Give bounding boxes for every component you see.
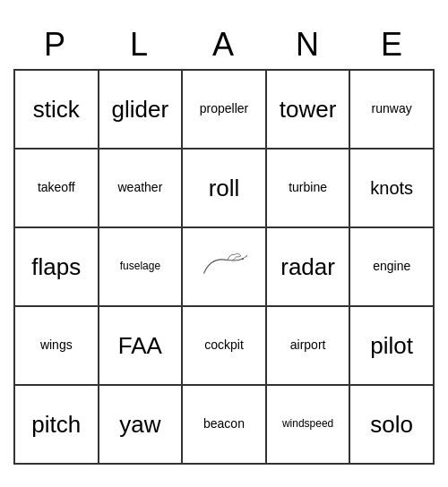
cell-text-1-4: knots bbox=[370, 178, 413, 198]
cell-3-1: FAA bbox=[99, 307, 184, 386]
cell-text-3-3: airport bbox=[290, 338, 326, 352]
cell-text-1-0: takeoff bbox=[38, 181, 75, 194]
cell-text-0-4: runway bbox=[372, 102, 412, 115]
cell-3-3: airport bbox=[267, 307, 351, 386]
cell-4-4: solo bbox=[350, 386, 435, 465]
cell-text-2-4: engine bbox=[373, 260, 410, 273]
cell-text-1-2: roll bbox=[209, 175, 240, 201]
cell-0-0: stick bbox=[15, 71, 99, 150]
cell-3-0: wings bbox=[15, 307, 99, 386]
cell-2-1: fuselage bbox=[99, 228, 184, 307]
cell-text-2-0: flaps bbox=[31, 254, 81, 280]
cell-4-2: beacon bbox=[183, 386, 267, 465]
cell-3-2: cockpit bbox=[183, 307, 267, 386]
cell-4-0: pitch bbox=[15, 386, 99, 465]
bingo-grid: stickgliderpropellertowerrunwaytakeoffwe… bbox=[13, 69, 435, 465]
header-letter-n: N bbox=[266, 22, 350, 67]
cell-text-4-0: pitch bbox=[31, 412, 81, 438]
cell-text-4-1: yaw bbox=[119, 412, 160, 438]
cell-2-0: flaps bbox=[15, 228, 99, 307]
header-letter-a: A bbox=[182, 22, 266, 67]
cell-2-3: radar bbox=[267, 228, 351, 307]
header-letter-l: L bbox=[98, 22, 182, 67]
cell-text-4-2: beacon bbox=[203, 417, 245, 431]
header-letter-p: P bbox=[13, 22, 98, 67]
cell-2-4: engine bbox=[350, 228, 435, 307]
cell-4-1: yaw bbox=[99, 386, 184, 465]
header-letter-e: E bbox=[350, 22, 435, 67]
cell-text-3-4: pilot bbox=[370, 333, 413, 359]
cell-1-3: turbine bbox=[267, 150, 351, 228]
cell-text-0-1: glider bbox=[112, 97, 169, 123]
cell-1-1: weather bbox=[99, 150, 184, 228]
cell-0-1: glider bbox=[99, 71, 184, 150]
cell-0-4: runway bbox=[350, 71, 435, 150]
cell-text-3-0: wings bbox=[40, 338, 73, 352]
cell-0-3: tower bbox=[267, 71, 351, 150]
cell-text-0-0: stick bbox=[33, 97, 80, 123]
cell-text-4-3: windspeed bbox=[282, 418, 333, 430]
cell-4-3: windspeed bbox=[267, 386, 351, 465]
cell-text-0-3: tower bbox=[280, 97, 337, 123]
cell-text-2-1: fuselage bbox=[120, 261, 160, 272]
cell-text-2-3: radar bbox=[280, 254, 335, 280]
cell-text-0-2: propeller bbox=[200, 102, 248, 115]
cell-text-1-1: weather bbox=[117, 181, 162, 194]
cell-3-4: pilot bbox=[350, 307, 435, 386]
cell-1-0: takeoff bbox=[15, 150, 99, 228]
cell-text-3-1: FAA bbox=[118, 333, 162, 359]
cell-text-1-3: turbine bbox=[289, 181, 327, 194]
cell-0-2: propeller bbox=[183, 71, 267, 150]
cell-text-4-4: solo bbox=[370, 412, 413, 438]
cell-2-2 bbox=[183, 228, 267, 307]
bingo-card: PLANE stickgliderpropellertowerrunwaytak… bbox=[13, 22, 435, 465]
cell-1-2: roll bbox=[183, 150, 267, 228]
cell-1-4: knots bbox=[350, 150, 435, 228]
bingo-header: PLANE bbox=[13, 22, 435, 67]
cell-text-3-2: cockpit bbox=[204, 338, 244, 352]
